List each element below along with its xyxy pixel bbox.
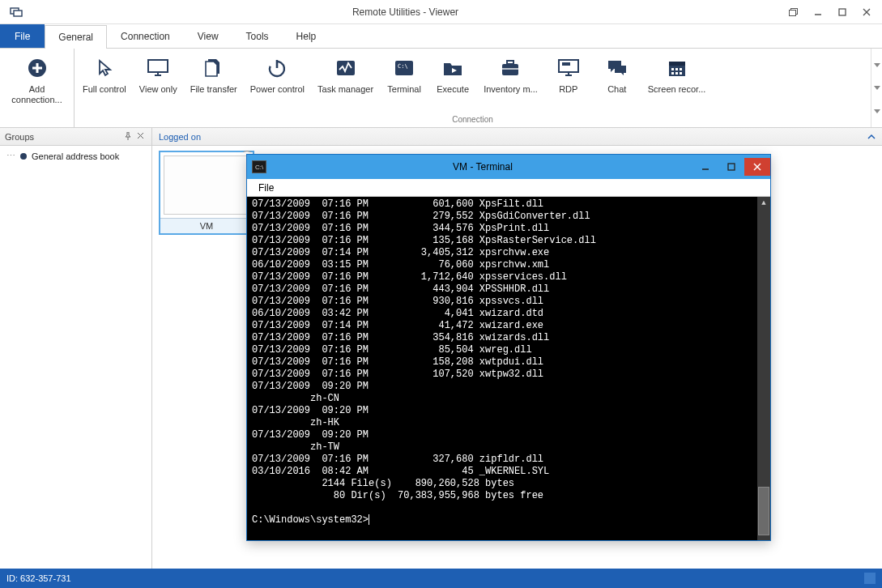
terminal-button[interactable]: C:\ Terminal xyxy=(380,52,428,113)
close-icon[interactable] xyxy=(854,4,879,20)
ribbon-overflow[interactable] xyxy=(871,49,882,127)
status-id: ID: 632-357-731 xyxy=(6,573,71,583)
inventory-manager-button[interactable]: Inventory m... xyxy=(477,52,544,113)
svg-rect-28 xyxy=(669,62,685,66)
terminal-file-menu[interactable]: File xyxy=(254,182,279,194)
view-only-button[interactable]: View only xyxy=(133,52,184,113)
restore-down-icon[interactable] xyxy=(782,4,806,20)
pin-icon[interactable] xyxy=(124,132,134,142)
chat-icon xyxy=(604,55,630,81)
tab-help[interactable]: Help xyxy=(283,24,330,48)
sidebar-item-general-address-book[interactable]: ⋯ General address book xyxy=(3,149,148,163)
menubar: File General Connection View Tools Help xyxy=(0,24,882,49)
ribbon-item-label: File transfer xyxy=(190,84,237,95)
minimize-icon[interactable] xyxy=(806,4,830,20)
svg-rect-32 xyxy=(671,72,674,75)
execute-button[interactable]: Execute xyxy=(428,52,477,113)
app-title: Remote Utilities - Viewer xyxy=(29,6,782,18)
svg-rect-23 xyxy=(559,60,578,72)
tab-general[interactable]: General xyxy=(45,25,107,49)
close-panel-icon[interactable] xyxy=(137,132,147,142)
calendar-icon xyxy=(664,55,690,81)
ribbon-item-label: Screen recor... xyxy=(648,84,706,95)
files-icon xyxy=(201,55,227,81)
ribbon-item-label: Execute xyxy=(437,84,469,95)
ribbon-item-label: Power control xyxy=(250,84,305,95)
workspace: Groups ⋯ General address book Logged on xyxy=(0,128,882,569)
rdp-icon xyxy=(556,55,582,81)
terminal-window-icon: C:\ xyxy=(252,160,266,173)
collapse-panel-icon[interactable] xyxy=(867,133,876,141)
svg-rect-20 xyxy=(502,64,518,75)
svg-text:C:\: C:\ xyxy=(398,63,408,70)
main-area: Logged on VM C:\ VM - Terminal xyxy=(152,128,882,569)
statusbar: ID: 632-357-731 xyxy=(0,569,882,588)
ribbon: Add connection... Full control View only… xyxy=(0,49,882,128)
plus-circle-icon xyxy=(24,55,50,81)
terminal-minimize-icon[interactable] xyxy=(692,158,718,176)
svg-rect-29 xyxy=(671,68,674,70)
file-transfer-button[interactable]: File transfer xyxy=(184,52,244,113)
terminal-window: C:\ VM - Terminal File 07/13/2009 07:16 … xyxy=(246,154,771,541)
ribbon-item-label: Task manager xyxy=(317,84,373,95)
terminal-output[interactable]: 07/13/2009 07:16 PM 601,600 XpsFilt.dll … xyxy=(247,197,770,540)
terminal-close-icon[interactable] xyxy=(744,158,770,176)
svg-rect-31 xyxy=(680,68,682,70)
connection-thumbnail[interactable]: VM xyxy=(159,151,254,235)
maximize-icon[interactable] xyxy=(830,4,854,20)
power-icon xyxy=(264,55,290,81)
sidebar-header: Groups xyxy=(0,128,151,146)
file-menu[interactable]: File xyxy=(0,24,45,48)
terminal-title: VM - Terminal xyxy=(273,161,692,173)
tab-view[interactable]: View xyxy=(184,24,232,48)
main-header: Logged on xyxy=(152,128,882,146)
svg-rect-21 xyxy=(507,61,513,64)
monitor-icon xyxy=(145,55,171,81)
ribbon-item-label: Chat xyxy=(607,84,626,95)
svg-rect-34 xyxy=(680,72,682,75)
titlebar: Remote Utilities - Viewer xyxy=(0,0,882,24)
power-control-button[interactable]: Power control xyxy=(244,52,311,113)
svg-rect-44 xyxy=(728,164,735,170)
ribbon-item-label: Full control xyxy=(83,84,126,95)
svg-rect-3 xyxy=(790,10,796,15)
sidebar-title: Groups xyxy=(5,132,34,142)
terminal-scrollbar[interactable]: ▲ xyxy=(757,197,770,540)
ribbon-item-label: Terminal xyxy=(387,84,421,95)
status-label: Logged on xyxy=(159,132,201,142)
full-control-button[interactable]: Full control xyxy=(76,52,133,113)
svg-rect-33 xyxy=(675,72,678,75)
chat-button[interactable]: Chat xyxy=(593,52,641,113)
ribbon-item-label: Inventory m... xyxy=(484,84,538,95)
thumbnail-label: VM xyxy=(160,219,253,233)
terminal-menubar: File xyxy=(247,179,770,197)
svg-rect-5 xyxy=(839,9,846,15)
terminal-icon: C:\ xyxy=(391,55,417,81)
svg-marker-36 xyxy=(874,86,880,90)
svg-marker-37 xyxy=(874,109,880,113)
ribbon-item-label: Add connection... xyxy=(8,84,66,105)
svg-rect-30 xyxy=(675,68,678,70)
tab-connection[interactable]: Connection xyxy=(107,24,184,48)
svg-rect-11 xyxy=(148,60,168,72)
briefcase-icon xyxy=(497,55,523,81)
rdp-button[interactable]: RDP xyxy=(544,52,593,113)
statusbar-tray-icon[interactable] xyxy=(864,573,876,584)
folder-run-icon xyxy=(440,55,466,81)
bullet-icon xyxy=(20,153,27,160)
tree-item-label: General address book xyxy=(32,151,119,161)
ribbon-group-caption: Connection xyxy=(75,113,871,127)
terminal-titlebar[interactable]: C:\ VM - Terminal xyxy=(247,155,770,179)
add-connection-button[interactable]: Add connection... xyxy=(2,52,72,113)
tab-tools[interactable]: Tools xyxy=(232,24,283,48)
svg-rect-1 xyxy=(14,11,22,16)
app-icon xyxy=(8,4,24,20)
ribbon-group-caption xyxy=(0,113,74,127)
terminal-maximize-icon[interactable] xyxy=(718,158,744,176)
svg-marker-35 xyxy=(874,63,880,67)
task-manager-button[interactable]: Task manager xyxy=(311,52,380,113)
svg-rect-24 xyxy=(562,62,570,66)
screen-recorder-button[interactable]: Screen recor... xyxy=(641,52,713,113)
ribbon-item-label: View only xyxy=(139,84,177,95)
pointer-icon xyxy=(92,55,117,81)
